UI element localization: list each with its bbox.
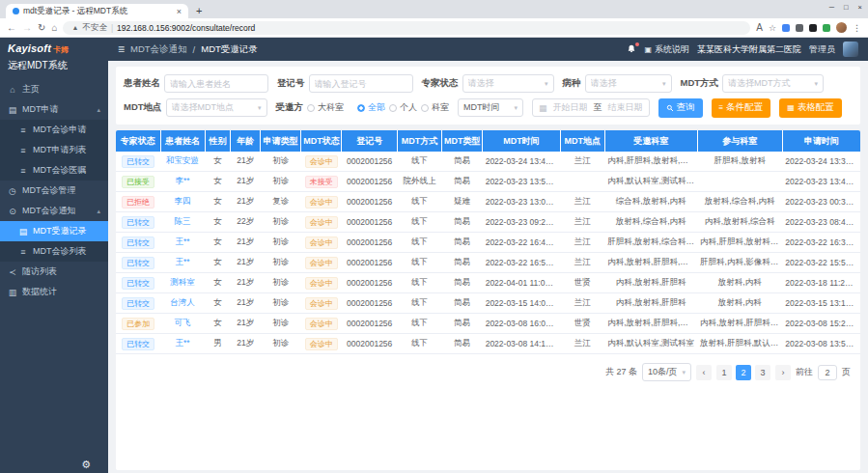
search-icon — [666, 104, 674, 112]
reload-button[interactable]: ↻ — [38, 22, 45, 33]
apply-type-cell: 初诊 — [261, 172, 301, 192]
sidebar-subitem[interactable]: ≡MDT会诊医嘱 — [0, 160, 108, 181]
apply-time-cell: 2022-03-08 13:56:56 — [782, 334, 860, 354]
mdt-time-select[interactable]: MDT时间 ▾ — [458, 98, 523, 117]
patient-name-link[interactable]: 可飞 — [175, 318, 191, 327]
topbar: ≡ MDT会诊通知 / MDT受邀记录 ▣ 系统说明 某某医科大学附属第二医院 … — [108, 38, 868, 61]
mdt-place-cell: 兰江 — [560, 293, 604, 314]
apply-type-cell: 初诊 — [261, 293, 301, 314]
patient-name-link[interactable]: 李** — [175, 176, 189, 185]
sidebar-item[interactable]: ≺随访列表 — [0, 262, 108, 282]
new-tab-button[interactable]: + — [196, 5, 202, 16]
browser-tab[interactable]: mdt受邀记录 - 远程MDT系统 × — [6, 4, 188, 18]
disease-select[interactable]: 请选择 ▾ — [585, 74, 672, 93]
reg-no-cell: 0002001256 — [342, 314, 398, 334]
sidebar-item[interactable]: ⊙MDT会诊通知▴ — [0, 201, 108, 221]
column-header: 受邀科室 — [604, 130, 697, 152]
mdt-place-cell: 兰江 — [560, 253, 604, 273]
mdt-status-tag: 会诊中 — [305, 318, 338, 330]
date-start-placeholder: 开始日期 — [553, 101, 588, 114]
user-avatar[interactable] — [843, 42, 858, 57]
sidebar-item[interactable]: ▥数据统计 — [0, 282, 108, 302]
patient-name-link[interactable]: 测科室 — [170, 277, 195, 287]
page-button[interactable]: 3 — [755, 365, 770, 380]
condition-config-button[interactable]: ≡ 条件配置 — [712, 98, 771, 118]
close-button[interactable]: × — [858, 3, 862, 12]
page-button[interactable]: 1 — [716, 365, 732, 380]
patient-name-link[interactable]: 李四 — [175, 196, 191, 206]
record-icon: ▤ — [18, 227, 28, 236]
expert-status-tag: 已转交 — [122, 155, 154, 168]
age-cell: 21岁 — [231, 192, 261, 212]
mdt-place-cell: 兰江 — [560, 334, 604, 354]
gear-icon[interactable]: ⚙ — [81, 459, 91, 471]
extension-icon[interactable] — [823, 24, 830, 32]
reg-no-cell: 0002001256 — [342, 152, 398, 172]
back-button[interactable]: ← — [7, 22, 16, 33]
mdt-status-tag: 会诊中 — [305, 257, 338, 269]
sidebar-subitem[interactable]: ≡MDT申请列表 — [0, 140, 108, 160]
radio-dept-group[interactable]: 大科室 — [307, 101, 344, 114]
sidebar-subitem[interactable]: ≡MDT会诊申请 — [0, 120, 108, 140]
mdt-place-select[interactable]: 请选择MDT地点 ▾ — [166, 98, 267, 117]
sidebar-subitem[interactable]: ≡MDT会诊列表 — [0, 241, 108, 262]
browser-profile-avatar[interactable] — [836, 22, 847, 33]
apply-time-cell: 2022-03-23 00:35:39 — [782, 192, 860, 212]
patient-name-link[interactable]: 王** — [175, 257, 189, 266]
mdt-place-cell: 兰江 — [560, 192, 604, 212]
goto-page-input[interactable] — [818, 365, 837, 380]
patient-name-link[interactable]: 台湾人 — [170, 297, 195, 307]
expert-status-select[interactable]: 请选择 ▾ — [462, 74, 554, 93]
expert-status-tag: 已参加 — [122, 318, 154, 330]
page-content: 患者姓名 登记号 专家状态 请选择 ▾ — [108, 61, 868, 473]
mdt-time-cell: 2022-04-01 11:00:00 — [483, 273, 561, 293]
bell-icon[interactable] — [627, 44, 636, 54]
bookmark-star-icon[interactable]: ☆ — [769, 23, 776, 33]
sidebar-item[interactable]: ▤MDT申请▴ — [0, 99, 108, 120]
forward-button[interactable]: → — [22, 22, 32, 33]
joined-depts-cell: 肝胆科,内科,影像科,影像科,测试科室 — [697, 253, 782, 273]
home-button[interactable]: ⌂ — [51, 22, 57, 33]
extension-icon[interactable] — [809, 24, 817, 32]
list-icon: ≡ — [18, 146, 28, 155]
gender-cell: 女 — [205, 273, 231, 293]
tab-close-icon[interactable]: × — [177, 7, 182, 16]
radio-all[interactable]: 全部 — [357, 101, 385, 114]
reg-no-field: 登记号 — [277, 74, 413, 93]
next-page-button[interactable]: › — [775, 365, 791, 380]
patient-name-link[interactable]: 陈三 — [175, 216, 191, 226]
mdt-place-label: MDT地点 — [124, 101, 162, 114]
sidebar-item[interactable]: ◷MDT会诊管理 — [0, 181, 108, 201]
hamburger-icon[interactable]: ≡ — [118, 42, 125, 56]
search-button[interactable]: 查询 — [658, 98, 703, 118]
mdt-date-range-picker[interactable]: ▦ 开始日期 至 结束日期 — [532, 98, 650, 117]
patient-name-link[interactable]: 王** — [175, 338, 189, 348]
maximize-button[interactable]: □ — [844, 3, 849, 12]
radio-dept[interactable]: 科室 — [421, 101, 449, 114]
patient-name-field: 患者姓名 — [124, 74, 268, 93]
prev-page-button[interactable]: ‹ — [696, 365, 712, 380]
invited-depts-cell: 放射科,综合科,内科 — [604, 212, 697, 233]
reg-no-input[interactable] — [309, 74, 413, 93]
filter-row-2: MDT地点 请选择MDT地点 ▾ 受邀方 大科室 全部 个人 科室 — [124, 96, 853, 120]
patient-name-link[interactable]: 王** — [175, 236, 189, 246]
page-button[interactable]: 2 — [736, 365, 751, 380]
system-name: 远程MDT系统 — [0, 56, 108, 79]
browser-menu-icon[interactable]: ⋮ — [853, 23, 861, 33]
extension-icon[interactable] — [796, 24, 803, 32]
patient-name-input[interactable] — [164, 74, 268, 93]
mdt-place-cell: 兰江 — [560, 212, 604, 233]
translate-icon[interactable]: A — [756, 22, 763, 33]
sidebar-item[interactable]: ⌂主页 — [0, 79, 108, 99]
page-size-select[interactable]: 10条/页 ▾ — [642, 363, 691, 381]
extension-icon[interactable] — [782, 24, 790, 32]
table-config-button[interactable]: ▦ 表格配置 — [779, 98, 842, 118]
system-note-link[interactable]: ▣ 系统说明 — [644, 43, 689, 56]
radio-personal[interactable]: 个人 — [389, 101, 417, 114]
mdt-mode-select[interactable]: 请选择MDT方式 ▾ — [722, 74, 824, 93]
patient-name-link[interactable]: 和宝安遊 — [166, 155, 199, 165]
address-bar[interactable]: ▲ 不安全 | 192.168.0.156:9002/consultate/re… — [63, 21, 750, 35]
mdt-mode-cell: 院外线上 — [397, 172, 441, 192]
minimize-button[interactable]: ─ — [829, 3, 834, 12]
sidebar-subitem[interactable]: ▤MDT受邀记录 — [0, 221, 108, 241]
